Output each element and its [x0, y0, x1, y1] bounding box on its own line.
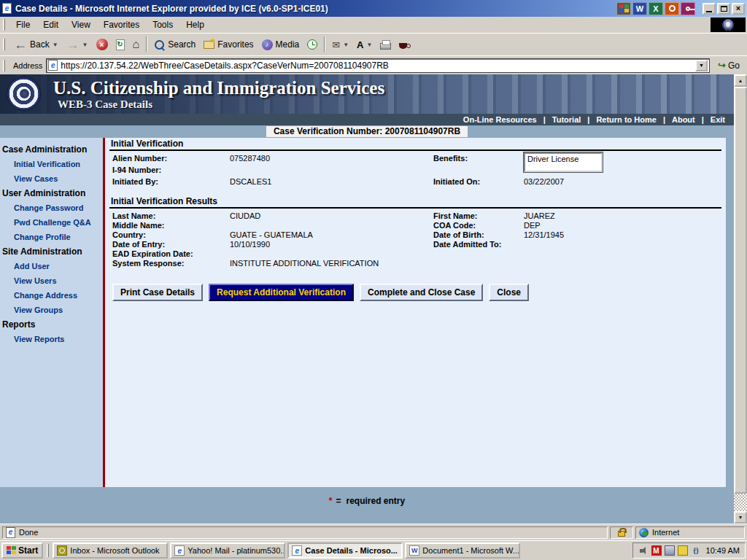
fonts-icon: A — [357, 40, 363, 50]
case-details-content: Initial Verification Alien Number: 07528… — [105, 138, 726, 487]
menu-grip[interactable] — [3, 19, 5, 31]
network-icon[interactable]: (·) — [691, 545, 701, 556]
display-settings-icon[interactable] — [665, 545, 675, 556]
menu-edit[interactable]: Edit — [36, 18, 65, 32]
link-exit[interactable]: Exit — [711, 115, 725, 124]
mail-button[interactable]: ✉ ▼ — [328, 35, 352, 54]
sidebar-item-pwd-challenge[interactable]: Pwd Challenge Q&A — [0, 215, 103, 230]
fonts-dropdown-icon[interactable]: ▼ — [367, 42, 373, 48]
go-label: Go — [728, 61, 740, 71]
menu-help[interactable]: Help — [179, 18, 211, 32]
media-label: Media — [276, 39, 300, 50]
sidebar-item-change-profile[interactable]: Change Profile — [0, 230, 103, 244]
action-buttons: Print Case Details Request Additional Ve… — [112, 284, 721, 301]
print-case-details-button[interactable]: Print Case Details — [112, 284, 203, 301]
refresh-button[interactable]: ↻ — [112, 35, 128, 54]
first-name-value: JUAREZ — [524, 211, 721, 220]
restore-button[interactable] — [717, 3, 730, 15]
home-button[interactable]: ⌂ — [129, 35, 144, 54]
scrollbar-track[interactable] — [734, 87, 747, 511]
scroll-down-button[interactable]: ▼ — [734, 511, 747, 524]
sidebar-item-initial-verification[interactable]: Initial Verification — [0, 157, 103, 171]
nav-separator: | — [543, 115, 546, 124]
sidebar-item-add-user[interactable]: Add User — [0, 259, 103, 273]
case-verification-number: Case Verification Number: 2007081104907R… — [266, 126, 468, 137]
minimize-button[interactable] — [703, 3, 716, 15]
complete-and-close-case-button[interactable]: Complete and Close Case — [360, 284, 483, 301]
media-button[interactable]: ♪ Media — [258, 35, 303, 54]
menu-view[interactable]: View — [65, 18, 97, 32]
ssl-padlock-icon — [618, 531, 625, 537]
initiated-by-value: DSCALES1 — [230, 177, 430, 186]
print-button[interactable] — [376, 35, 395, 54]
mail-dropdown-icon[interactable]: ▼ — [343, 42, 349, 48]
search-label: Search — [168, 39, 196, 50]
close-case-button[interactable]: Close — [489, 284, 529, 301]
sidebar-item-change-password[interactable]: Change Password — [0, 201, 103, 215]
sidebar-item-view-cases[interactable]: View Cases — [0, 171, 103, 186]
system-tray: M (·) 10:49 AM — [632, 542, 746, 559]
country-label: Country: — [109, 230, 230, 239]
stop-button[interactable]: × — [93, 35, 112, 54]
ie-page-icon: e — [48, 60, 58, 71]
back-dropdown-icon[interactable]: ▼ — [53, 42, 58, 48]
access-icon[interactable] — [681, 2, 695, 15]
fonts-button[interactable]: A ▼ — [353, 35, 376, 54]
address-dropdown-button[interactable]: ▼ — [695, 60, 708, 71]
taskbar-item-outlook[interactable]: Inbox - Microsoft Outlook — [53, 542, 168, 559]
sidebar-item-view-reports[interactable]: View Reports — [0, 332, 103, 346]
volume-icon[interactable] — [638, 545, 649, 556]
top-nav-links: On-Line Resources | Tutorial | Return to… — [0, 114, 734, 125]
back-arrow-icon: ← — [14, 38, 27, 51]
browser-viewport: U.S. Citizenship and Immigration Service… — [0, 74, 734, 524]
middle-name-label: Middle Name: — [109, 221, 230, 230]
status-lock-pane — [610, 526, 633, 539]
menu-tools[interactable]: Tools — [146, 18, 179, 32]
address-grip[interactable] — [3, 60, 5, 71]
schedule-icon[interactable] — [665, 2, 679, 15]
ie-page-icon: e — [2, 3, 12, 14]
mcafee-icon[interactable]: M — [651, 545, 662, 556]
search-button[interactable]: Search — [150, 35, 199, 54]
taskbar-item-yahoo-mail[interactable]: e Yahoo! Mail - platinum530... — [170, 542, 285, 559]
window-controls: × — [703, 3, 745, 15]
taskbar-item-word-document[interactable]: W Document1 - Microsoft W... — [405, 542, 520, 559]
mail-notification-icon[interactable] — [678, 545, 688, 556]
scrollbar-thumb[interactable] — [734, 87, 747, 494]
windows-flag-icon — [7, 546, 16, 555]
forward-button[interactable]: → ▼ — [63, 35, 92, 54]
taskbar-clock[interactable]: 10:49 AM — [706, 546, 740, 555]
office-grid-icon[interactable] — [616, 2, 631, 15]
close-button[interactable]: × — [732, 3, 745, 15]
date-of-birth-value: 12/31/1945 — [524, 230, 721, 239]
nav-separator: | — [587, 115, 589, 124]
benefits-listbox[interactable]: Driver License — [524, 152, 603, 172]
address-input[interactable]: e https://20.137.54.22/WebThree/CaseDeta… — [46, 58, 710, 73]
taskbar-item-case-details[interactable]: e Case Details - Microso... — [287, 542, 403, 559]
request-additional-verification-button[interactable]: Request Additional Verification — [209, 284, 354, 301]
favorites-button[interactable]: ★ Favorites — [200, 35, 257, 54]
forward-dropdown-icon[interactable]: ▼ — [82, 42, 88, 48]
back-button[interactable]: ← Back ▼ — [10, 35, 62, 54]
sidebar-item-view-users[interactable]: View Users — [0, 273, 103, 288]
start-button[interactable]: Start — [1, 542, 43, 559]
menu-favorites[interactable]: Favorites — [97, 18, 146, 32]
link-return-home[interactable]: Return to Home — [596, 115, 657, 124]
menu-file[interactable]: File — [9, 18, 36, 32]
internet-zone-globe-icon — [639, 528, 649, 537]
address-url[interactable]: https://20.137.54.22/WebThree/CaseDetail… — [61, 61, 692, 71]
word-icon[interactable]: W — [632, 2, 647, 15]
excel-icon[interactable]: X — [649, 2, 663, 15]
scroll-up-button[interactable]: ▲ — [734, 74, 747, 87]
link-about[interactable]: About — [672, 115, 695, 124]
ie-page-icon: e — [6, 527, 15, 538]
toolbar-grip[interactable] — [3, 39, 5, 50]
discuss-button[interactable] — [395, 35, 411, 54]
link-tutorial[interactable]: Tutorial — [552, 115, 581, 124]
go-button[interactable]: ↪ Go — [713, 58, 744, 72]
sidebar-item-change-address[interactable]: Change Address — [0, 288, 103, 303]
history-button[interactable] — [303, 35, 321, 54]
sidebar-item-view-groups[interactable]: View Groups — [0, 303, 103, 317]
link-online-resources[interactable]: On-Line Resources — [463, 115, 537, 124]
toolbar-separator — [146, 36, 147, 52]
